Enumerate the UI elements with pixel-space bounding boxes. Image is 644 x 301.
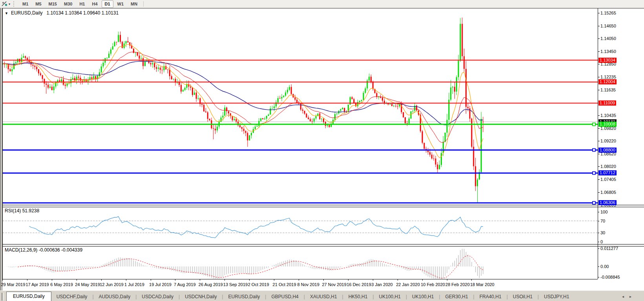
tab-uk100-h1[interactable]: UK100,H1 <box>374 292 406 301</box>
hline-price-label: 1.08800 <box>598 148 617 153</box>
rsi-axis-label: 0 <box>600 239 603 244</box>
tab-usoil-h1[interactable]: USOil,H1 <box>508 292 538 301</box>
chart-tab-bar: EURUSD,DailyUSDCHF,Daily|AUDUSD,Daily|US… <box>0 290 644 301</box>
hline-price-label: 1.10008 <box>598 122 617 127</box>
price-axis-label: 1.14050 <box>600 36 616 41</box>
hline-price-label: 1.11009 <box>598 100 616 106</box>
macd-axis-label: 0.00 <box>600 264 609 269</box>
rsi-axis-label: 30 <box>600 230 605 235</box>
date-axis-label: 16 Dec 2019 <box>347 282 371 287</box>
hline-price-label: 1.06306 <box>598 200 617 205</box>
tab-audusd-daily[interactable]: AUDUSD,Daily <box>94 292 136 301</box>
tab-items: EURUSD,DailyUSDCHF,Daily|AUDUSD,Daily|US… <box>6 292 574 301</box>
hline-price-label: 1.12004 <box>598 79 617 84</box>
price-axis-label: 1.07405 <box>600 177 616 182</box>
tab-xauusd-h1[interactable]: XAUUSD,H1 <box>305 292 342 301</box>
date-axis-label: 10 Feb 2020 <box>421 282 445 287</box>
window-left-edge <box>0 8 2 301</box>
tab-usdcad-daily[interactable]: USDCAD,Daily <box>137 292 179 301</box>
chart-collapse-icon[interactable]: ▼ <box>5 11 8 15</box>
tab-ger30-h1[interactable]: GER30,H1 <box>440 292 473 301</box>
date-axis-label: 17 Apr 2019 <box>26 282 49 287</box>
price-axis-label: 1.10435 <box>600 113 616 118</box>
date-axis-label: 1 Jul 2019 <box>124 282 144 287</box>
date-axis-label: 7 Aug 2019 <box>174 282 196 287</box>
tab-scroll-left-icon[interactable]: ◂ <box>622 294 629 299</box>
date-axis-label: 26 Aug 2019 <box>199 282 223 287</box>
rsi-axis-label: 100 <box>600 210 608 215</box>
price-axis-label: 1.12235 <box>600 75 616 80</box>
price-axis-label: 1.14650 <box>600 24 616 29</box>
date-axis-label: 3 Jan 2020 <box>371 282 392 287</box>
tabbar-grip <box>2 293 4 301</box>
chart-symbol-label: EURUSD,Daily <box>11 10 43 16</box>
macd-axis-label: -0.008845 <box>600 275 620 280</box>
chart-ohlc-values: 1.10134 1.10364 1.09640 1.10131 <box>47 10 119 16</box>
tab-uk100-h1[interactable]: UK100,H1 <box>407 292 439 301</box>
date-axis-label: 21 Oct 2019 <box>273 282 296 287</box>
hline-handle[interactable] <box>593 171 595 174</box>
chart-canvas[interactable] <box>0 0 644 301</box>
hline-price-label: 1.13034 <box>598 58 617 63</box>
tab-hk50-h1[interactable]: HK50,H1 <box>343 292 373 301</box>
tab-fra40-h1[interactable]: FRA40,H1 <box>474 292 507 301</box>
tab-scroll-arrows: ◂▸ <box>622 294 637 299</box>
price-axis-label: 1.08020 <box>600 164 616 169</box>
macd-indicator-label: MACD(12,26,9) -0.000636 -0.004339 <box>5 247 82 253</box>
hline-handle[interactable] <box>593 149 595 151</box>
date-axis-label: 12 Jun 2019 <box>100 282 124 287</box>
rsi-indicator-label: RSI(14) 51.9238 <box>5 208 39 213</box>
date-axis-label: 13 Sep 2019 <box>223 282 248 287</box>
date-axis-label: 29 Mar 2019 <box>1 282 26 287</box>
date-axis-label: 27 Nov 2019 <box>322 282 346 287</box>
date-axis-label: 6 May 2019 <box>50 282 73 287</box>
tab-scroll-right-icon[interactable]: ▸ <box>629 294 637 299</box>
hline-handle[interactable] <box>593 123 595 126</box>
price-axis-label: 1.15265 <box>600 11 616 16</box>
tab-usdcnh-daily[interactable]: USDCNH,Daily <box>180 292 222 301</box>
date-axis-label: 8 Nov 2019 <box>297 282 319 287</box>
mt4-window: ▾ M1M5M15M30H1H4D1W1MN ▼EURUSD,Daily1.10… <box>0 0 644 301</box>
date-axis-label: 18 Mar 2020 <box>470 282 494 287</box>
price-axis-label: 1.06805 <box>600 190 616 195</box>
date-axis-label: 24 May 2019 <box>75 282 100 287</box>
price-axis-label: 1.13450 <box>600 49 616 54</box>
tab-eurusd-daily[interactable]: EURUSD,Daily <box>223 292 265 301</box>
date-axis-label: 22 Jan 2020 <box>396 282 420 287</box>
price-axis-label: 1.09220 <box>600 139 616 144</box>
date-axis-label: 2 Oct 2019 <box>248 282 269 287</box>
date-axis-label: 19 Jul 2019 <box>149 282 171 287</box>
tab-usdchf-daily[interactable]: USDCHF,Daily <box>51 292 93 301</box>
macd-axis-label: 0.011277 <box>600 246 618 251</box>
price-axis-label: 1.11635 <box>600 88 616 93</box>
hline-handle[interactable] <box>593 201 595 204</box>
tab-usdjpy-h1[interactable]: USDJPY,H1 <box>539 292 574 301</box>
chart-title: ▼EURUSD,Daily1.10134 1.10364 1.09640 1.1… <box>5 10 119 16</box>
tab-gbpusd-h4[interactable]: GBPUSD,H4 <box>266 292 303 301</box>
rsi-axis-label: 70 <box>600 219 605 224</box>
hline-price-label: 1.07712 <box>598 170 617 175</box>
date-axis-label: 28 Feb 2020 <box>445 282 470 287</box>
tab-eurusd-daily[interactable]: EURUSD,Daily <box>6 292 51 301</box>
